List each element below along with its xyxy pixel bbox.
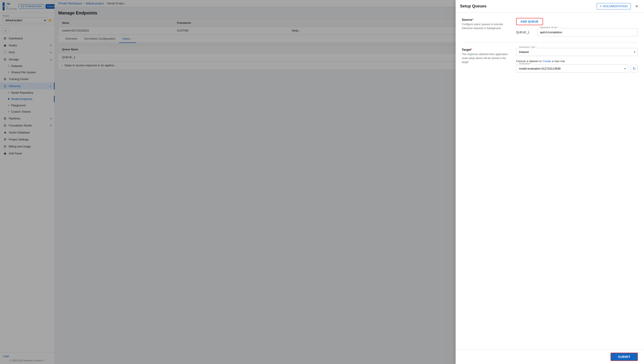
panel-title: Setup Queues: [460, 4, 597, 8]
required-star: *: [472, 18, 473, 22]
source-desc: Configure async queues to execute infere…: [462, 22, 510, 30]
refresh-icon: ↻: [633, 66, 636, 71]
dest-type-group: Destination Type * Dataset S3 Bucket GCS…: [516, 48, 638, 56]
refresh-button[interactable]: ↻: [630, 65, 638, 72]
panel-footer: SUBMIT: [456, 349, 644, 364]
setup-queues-panel: Setup Queues ≡ DOCUMENTATION ✕ Source* C…: [456, 0, 644, 364]
source-label: Source*: [462, 18, 510, 22]
divider: [462, 42, 638, 43]
target-section: Target* The response obtained from appli…: [462, 48, 638, 72]
destination-select[interactable]: model-evaluation-012710113939: [516, 64, 628, 72]
source-label-col: Source* Configure async queues to execut…: [462, 18, 510, 30]
doc-label: DOCUMENTATION: [603, 4, 627, 8]
create-link[interactable]: Create: [543, 60, 551, 63]
target-desc: The response obtained from application r…: [462, 52, 510, 64]
documentation-button[interactable]: ≡ DOCUMENTATION: [597, 3, 631, 10]
source-content: ADD QUEUE QUEUE_1 Application Route *: [516, 18, 638, 36]
source-section: Source* Configure async queues to execut…: [462, 18, 638, 36]
panel-header: Setup Queues ≡ DOCUMENTATION ✕: [456, 0, 644, 13]
dest-float-label: Destination *: [518, 62, 532, 65]
app-route-input-group: Application Route *: [537, 28, 638, 36]
submit-button[interactable]: SUBMIT: [610, 352, 638, 361]
app-route-input[interactable]: [537, 28, 638, 36]
dest-type-select[interactable]: Dataset S3 Bucket GCS Bucket: [516, 48, 638, 56]
queue-entry: QUEUE_1 Application Route *: [516, 28, 638, 36]
add-queue-button[interactable]: ADD QUEUE: [516, 18, 543, 25]
choose-text2-label: a new one: [552, 60, 565, 63]
target-label: Target*: [462, 48, 510, 52]
target-label-col: Target* The response obtained from appli…: [462, 48, 510, 64]
dest-type-float-label: Destination Type *: [518, 46, 537, 48]
target-content: Destination Type * Dataset S3 Bucket GCS…: [516, 48, 638, 72]
queue-name-label: QUEUE_1: [516, 30, 534, 34]
source-row: Source* Configure async queues to execut…: [462, 18, 638, 36]
doc-icon: ≡: [600, 4, 602, 8]
choose-dataset-row: Choose a dataset or Create a new one: [516, 60, 638, 63]
destination-row: Destination * model-evaluation-012710113…: [516, 64, 638, 72]
dest-select-wrap: Destination * model-evaluation-012710113…: [516, 64, 628, 72]
required-star: *: [471, 48, 472, 52]
app-route-label: Application Route *: [539, 26, 559, 29]
choose-text: Choose a dataset or: [516, 60, 542, 63]
close-button[interactable]: ✕: [633, 3, 639, 10]
panel-body: Source* Configure async queues to execut…: [456, 13, 644, 349]
target-row: Target* The response obtained from appli…: [462, 48, 638, 72]
